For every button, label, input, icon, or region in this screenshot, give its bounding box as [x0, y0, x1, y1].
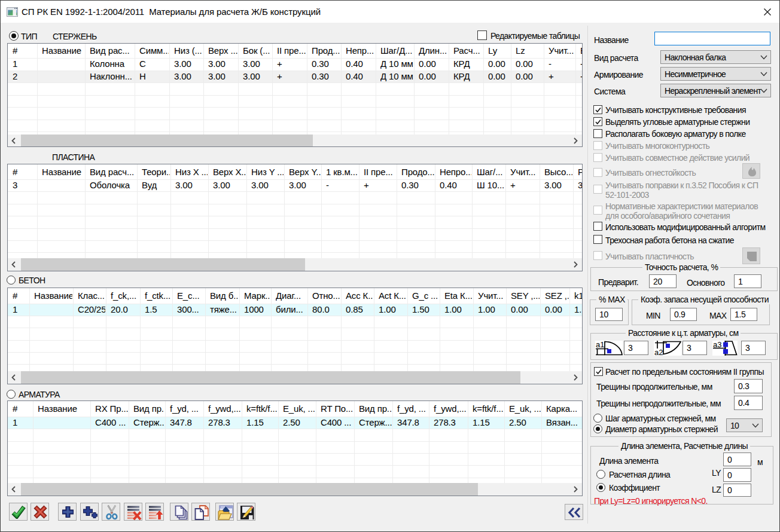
- svg-text:a1: a1: [596, 341, 604, 349]
- svg-text:a2: a2: [654, 348, 663, 356]
